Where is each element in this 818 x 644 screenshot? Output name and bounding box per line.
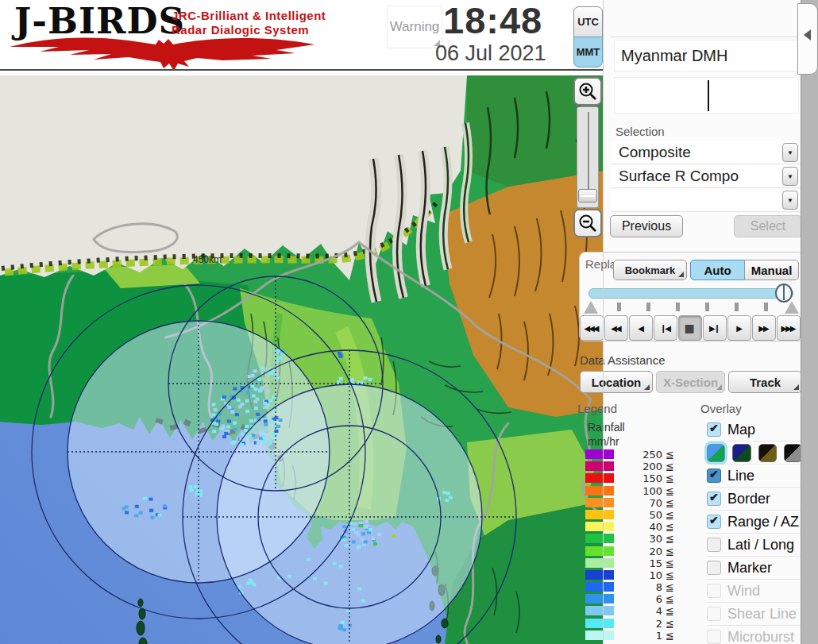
panel-scroll-strip[interactable] [801, 0, 818, 644]
bookmark-button[interactable]: Bookmark [613, 260, 687, 280]
radar-map[interactable]: 450km [0, 75, 604, 644]
location-button[interactable]: Location [580, 371, 653, 393]
replay-timeline-slider[interactable] [588, 288, 793, 299]
legend-row: 250 ≦ [585, 449, 689, 461]
chevron-left-icon [804, 29, 811, 40]
zoom-slider[interactable] [577, 106, 599, 208]
legend-row: 4 ≦ [585, 605, 689, 617]
forward-fast-button[interactable]: ▶▶ [752, 315, 776, 341]
chevron-down-icon[interactable]: ▼ [782, 143, 798, 162]
checkbox[interactable]: ✔ [707, 422, 721, 437]
chevron-down-icon[interactable]: ▼ [782, 191, 798, 210]
timeline-tick [676, 303, 680, 311]
checkbox[interactable]: ✔ [707, 469, 721, 483]
product-option-dropdown[interactable]: ▼ [612, 189, 801, 212]
x-section-button[interactable]: X-Section [656, 371, 725, 393]
play-reverse-button[interactable]: ◀ [629, 315, 653, 341]
legend-row: 2 ≦ [585, 618, 689, 630]
timeline-tick [764, 303, 768, 311]
replay-section: Replay Bookmark Auto Manual ◀◀◀◀◀◀❙◀■▶❙▶… [579, 252, 804, 341]
replay-slider-thumb[interactable] [775, 283, 793, 303]
zoom-out-button[interactable] [573, 209, 602, 237]
product-type-dropdown[interactable]: Surface R Compo ▼ [612, 165, 801, 188]
zoom-slider-thumb[interactable] [578, 189, 597, 202]
step-forward-button[interactable]: ▶❙ [703, 315, 727, 341]
legend-value: 30 ≦ [617, 533, 674, 545]
legend-value: 8 ≦ [617, 581, 674, 593]
station-name: Myanmar DMH [614, 40, 799, 71]
legend-color-swatch [585, 522, 614, 531]
stop-button[interactable]: ■ [678, 315, 702, 341]
jump-end-button[interactable]: ▶▶▶ [777, 315, 801, 341]
cursor-caret [708, 80, 709, 111]
legend-row: 100 ≦ [585, 485, 689, 497]
panel-collapse-tab[interactable] [797, 3, 818, 75]
data-assistance-label: Data Assistance [580, 353, 666, 367]
manual-mode-button[interactable]: Manual [744, 260, 799, 280]
checkbox [707, 584, 721, 598]
previous-button[interactable]: Previous [610, 215, 683, 237]
overlay-item-microburst: Microburst [707, 626, 802, 644]
legend-row: 150 ≦ [585, 472, 689, 484]
overlay-list: ✔Map✔Line✔Border✔Range / AZLati / LongMa… [707, 418, 802, 644]
legend-row: 6 ≦ [585, 593, 689, 605]
legend-value: 4 ≦ [617, 605, 674, 617]
checkbox[interactable]: ✔ [707, 515, 721, 529]
control-panel: Myanmar DMH Selection Composite ▼ Surfac… [604, 0, 801, 644]
step-back-button[interactable]: ❙◀ [654, 315, 677, 341]
utc-button[interactable]: UTC [573, 6, 603, 37]
range-ring-label: 450km [193, 254, 222, 265]
overlay-item-line: ✔Line [707, 465, 802, 488]
legend-row: 8 ≦ [585, 581, 689, 593]
checkbox [707, 630, 721, 644]
select-button[interactable]: Select [734, 215, 802, 237]
jbirds-app: J-BIRDS JRC-Brilliant & Intelligent Rada… [0, 0, 818, 644]
checkbox[interactable]: ✔ [707, 492, 721, 506]
overlay-label: Range / AZ [727, 514, 799, 530]
auto-mode-button[interactable]: Auto [690, 260, 745, 280]
terrain-color-swatch[interactable] [707, 444, 725, 462]
legend-value: 50 ≦ [617, 509, 674, 521]
timeline-tick [705, 303, 709, 311]
timeline-end-marker[interactable] [785, 301, 799, 314]
chevron-down-icon[interactable]: ▼ [782, 167, 798, 186]
overlay-label: Line [727, 468, 754, 484]
warning-button[interactable]: Warning [387, 6, 442, 48]
overlay-label: Microburst [727, 629, 794, 644]
legend-row: 15 ≦ [585, 557, 689, 569]
legend-color-swatch [585, 510, 614, 519]
overlay-item-map: ✔Map [707, 418, 802, 442]
overlay-label: Shear Line [727, 606, 797, 623]
legend-row: 70 ≦ [585, 497, 689, 509]
play-button[interactable]: ▶ [727, 315, 751, 341]
product-category-dropdown[interactable]: Composite ▼ [612, 141, 801, 164]
legend-value: 6 ≦ [617, 593, 674, 605]
overlay-item-lati-long: Lati / Long [707, 534, 802, 557]
terrain-dark-blue-swatch[interactable] [732, 444, 750, 462]
rewind-fast-button[interactable]: ◀◀ [604, 315, 628, 341]
legend-color-swatch [585, 498, 614, 507]
terrain-gray-swatch[interactable] [784, 444, 802, 462]
checkmark-icon: ✔ [709, 514, 719, 526]
legend-row: 200 ≦ [585, 461, 689, 472]
panel-divider [603, 0, 604, 644]
legend-value: 15 ≦ [617, 557, 674, 569]
mmt-button[interactable]: MMT [573, 37, 603, 67]
track-button[interactable]: Track [728, 371, 802, 393]
overlay-item-marker: Marker [707, 557, 802, 580]
checkbox[interactable] [707, 538, 721, 552]
overlay-item-border: ✔Border [707, 488, 802, 511]
legend-value: 10 ≦ [617, 569, 674, 581]
terrain-olive-swatch[interactable] [758, 444, 777, 462]
overlay-label: Marker [727, 560, 772, 577]
legend-value: 40 ≦ [617, 521, 674, 533]
zoom-in-button[interactable] [573, 77, 602, 106]
eagle-logo-icon [8, 33, 316, 71]
legend-value: 250 ≦ [617, 449, 674, 461]
legend-color-swatch [585, 570, 614, 580]
timeline-start-marker[interactable] [584, 301, 598, 314]
legend-row: 10 ≦ [585, 569, 689, 581]
jump-start-button[interactable]: ◀◀◀ [580, 315, 604, 341]
checkbox[interactable] [707, 561, 721, 575]
legend-row: 30 ≦ [585, 533, 689, 545]
